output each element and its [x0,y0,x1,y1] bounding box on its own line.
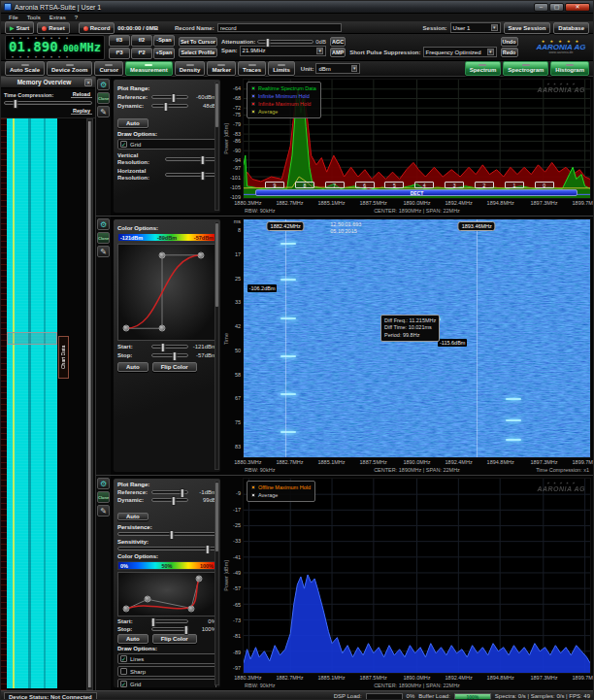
menu-item[interactable]: ? [71,15,82,20]
chart-data-tag[interactable]: Chart Data [58,336,69,379]
slider-knob[interactable] [200,171,205,181]
reset-button[interactable]: Reset [37,22,69,34]
slider-knob[interactable] [171,496,176,506]
view-mode-button[interactable]: Cursor [94,61,123,76]
horizontal-resolution-slider[interactable] [165,173,216,177]
freq-quick-button[interactable]: +Span [153,48,175,59]
curve-handle[interactable] [159,325,166,332]
curve-handle[interactable] [123,606,130,613]
panel-toggle-button[interactable]: Histogram [550,61,589,76]
reload-button[interactable]: Reload [71,91,92,98]
settings-scrollbar[interactable] [214,481,219,685]
view-mode-button[interactable]: Device Zoom [47,61,92,76]
persistence-slider[interactable] [117,532,216,536]
color-gradient-bar[interactable]: -121dBm -89dBm -57dBm [117,233,216,242]
color-gradient-bar[interactable]: 0% 50% 100% [117,561,216,570]
grid-checkbox-row[interactable]: Grid [117,139,216,150]
slider-knob[interactable] [170,530,175,540]
memory-overview-header[interactable]: Memory Overview ✕ [1,77,95,88]
waterfall-plot[interactable]: 12:50:01.693 05.10.2015 1882.42MHz1893.4… [243,218,591,458]
panel-toggle-button[interactable]: Spectrum [465,61,502,76]
flip-color-button[interactable]: Flip Color [152,634,197,644]
suppression-dropdown[interactable]: Frequency Optimized▾ [423,47,497,57]
dynamic-slider[interactable] [151,498,188,502]
settings-scrollbar[interactable] [214,221,219,470]
checkbox[interactable] [120,681,127,687]
slider-knob[interactable] [151,617,156,627]
reference-slider[interactable] [151,95,188,99]
gear-icon[interactable]: ⚙ [97,218,110,230]
legend-item[interactable]: Realtime Spectrum Data [251,84,316,92]
start-slider[interactable] [151,345,188,349]
view-mode-button[interactable]: Density [175,61,206,76]
curve-handle[interactable] [198,251,205,258]
close-icon[interactable]: ✕ [84,79,92,86]
replay-button[interactable]: Replay [71,108,92,115]
attenuation-knob[interactable] [266,38,271,48]
auto-button[interactable]: Auto [117,118,148,128]
freq-quick-button[interactable]: f/2 [131,35,152,47]
auto-button[interactable]: Auto [117,513,148,520]
legend-item[interactable]: Average [251,491,311,499]
color-curve-editor[interactable] [117,572,216,617]
curve-handle[interactable] [196,575,203,582]
curve-handle[interactable] [188,605,195,612]
sensitivity-slider[interactable] [117,547,216,550]
view-mode-button[interactable]: Traces [238,61,266,76]
scrollbar-thumb[interactable] [215,223,218,307]
curve-handle[interactable] [159,251,166,258]
auto-button[interactable]: Auto [117,362,148,372]
freq-quick-button[interactable]: -Span [153,35,175,47]
menu-item[interactable]: File [5,15,22,20]
memory-waterfall[interactable]: Chart Data [1,118,95,690]
freq-quick-button[interactable]: f*3 [109,48,130,59]
legend-item[interactable]: Infinite Minimum Hold [251,92,316,100]
minimize-button[interactable]: – [534,3,548,12]
curve-handle[interactable] [123,325,130,332]
gear-icon[interactable]: ⚙ [97,478,110,489]
stop-slider[interactable] [151,627,188,631]
scrollbar-thumb[interactable] [87,120,92,688]
spectrum-plot[interactable]: AARONIA AG Realtime Spectrum DataInfinit… [243,79,591,199]
time-compression-knob[interactable] [13,99,17,109]
marker-line[interactable] [285,219,286,457]
save-session-button[interactable]: Save Session [504,22,551,34]
vertical-resolution-slider[interactable] [165,157,216,161]
frequency-display[interactable]: ▴▴▴▴▴▴▴▴ 01.890.000MHz ▾▾▾▾▾▾▾▾ [5,35,105,60]
span-dropdown[interactable]: 21.9MHz▾ [240,46,326,56]
maximize-button[interactable]: ▢ [549,3,564,12]
curve-handle[interactable] [145,596,151,603]
draw-option-row[interactable]: Grid [117,679,216,688]
scrollbar-thumb[interactable] [215,83,218,127]
database-button[interactable]: Database [553,22,589,34]
record-button[interactable]: Record [79,22,116,34]
panel-toggle-button[interactable]: Spectrogram [503,61,548,76]
undo-button[interactable]: Undo [501,37,518,47]
agc-button[interactable]: AGC [330,37,346,47]
attenuation-slider[interactable] [257,40,314,44]
start-button[interactable]: ▶Start [5,21,34,34]
slider-knob[interactable] [180,488,184,498]
clone-button[interactable]: Clone [97,232,110,244]
dynamic-slider[interactable] [151,104,188,108]
reference-slider[interactable] [151,490,188,494]
frequency-step-down-row[interactable]: ▾▾▾▾▾▾▾▾ [9,55,101,59]
auto-button[interactable]: Auto [117,634,148,644]
set-to-cursor-button[interactable]: Set To Cursor [179,37,217,47]
unit-dropdown[interactable]: dBm▾ [315,63,360,74]
menu-item[interactable]: Extras [46,15,70,20]
session-dropdown[interactable]: User 1▾ [450,22,501,33]
clone-button[interactable]: Clone [97,92,110,104]
freq-quick-button[interactable]: f/3 [109,35,130,47]
color-curve-editor[interactable] [117,244,216,341]
draw-option-row[interactable]: Lines [117,653,216,664]
clone-button[interactable]: Clone [97,491,110,503]
time-compression-slider[interactable] [4,101,92,105]
slider-knob[interactable] [183,625,188,635]
slider-knob[interactable] [163,102,168,112]
legend-item[interactable]: Average [251,108,316,116]
view-mode-button[interactable]: Measurement [125,61,173,76]
slider-knob[interactable] [206,545,211,554]
close-button[interactable]: ✕ [565,3,590,12]
record-name-input[interactable] [217,23,342,32]
